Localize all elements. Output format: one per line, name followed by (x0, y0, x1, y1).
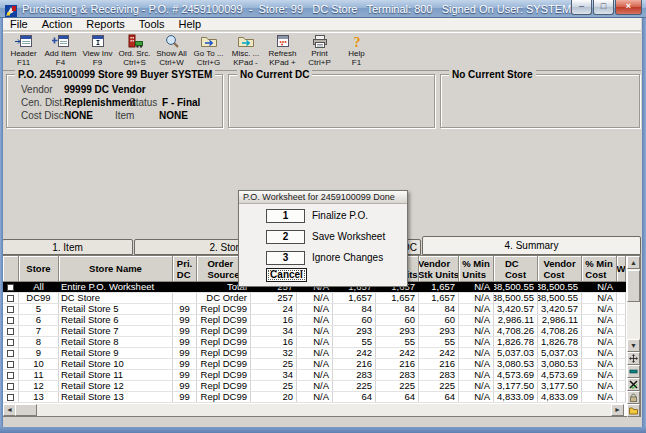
table-row[interactable]: 10Retail Store 1099Repl DC9925N/A2162162… (3, 359, 626, 370)
menu-item-reports[interactable]: Reports (79, 18, 132, 30)
scroll-right-button[interactable]: ► (611, 404, 624, 416)
table-row[interactable]: 9Retail Store 999Repl DC9932N/A242242242… (3, 348, 626, 359)
toolbar-button-misc[interactable]: Misc. ... KPad - (227, 33, 264, 70)
table-row[interactable]: 8Retail Store 899Repl DC9916N/A555555N/A… (3, 337, 626, 348)
row-checkbox[interactable] (7, 328, 14, 335)
menu-item-file[interactable]: File (3, 18, 35, 30)
cell: Repl DC99 (197, 315, 251, 325)
table-row[interactable]: 6Retail Store 699Repl DC9916N/A606060N/A… (3, 315, 626, 326)
cell: 60 (419, 315, 459, 325)
dialog-option-1[interactable]: 1 (266, 209, 305, 223)
maximize-button[interactable]: □ (593, 0, 614, 15)
toolbar-button-go-to[interactable]: Go To ... Ctrl+G (190, 33, 227, 70)
horizontal-scroll-thumb[interactable] (15, 404, 37, 416)
column-header-9[interactable]: Vendor Stk Units (419, 256, 459, 282)
grid-tool-cancel[interactable] (627, 378, 640, 391)
cell: 4,573.69 (494, 370, 538, 380)
row-checkbox-cell (3, 315, 19, 325)
po-info-label: Cost Disc. (21, 110, 67, 122)
cell: 4,833.09 (538, 392, 582, 402)
toolbar-button-show-all[interactable]: Show All Ctrl+W (153, 33, 190, 70)
toolbar-button-add-item[interactable]: Add Item F4 (42, 33, 79, 70)
menu-item-action[interactable]: Action (35, 18, 80, 30)
row-checkbox[interactable] (7, 350, 14, 357)
row-checkbox[interactable] (7, 317, 14, 324)
table-row[interactable]: 12Retail Store 1299Repl DC9925N/A2252252… (3, 381, 626, 392)
column-header-2[interactable]: Store Name (59, 256, 173, 282)
grid-tool-collapse[interactable] (627, 365, 640, 378)
column-header-12[interactable]: Vendor Cost (538, 256, 582, 282)
grid-tool-folder[interactable] (627, 404, 640, 417)
cell: 11 (19, 370, 59, 380)
row-checkbox[interactable] (7, 361, 14, 368)
cell: 99 (173, 326, 197, 336)
cell: 283 (419, 370, 459, 380)
column-header-14[interactable]: W (617, 256, 626, 282)
table-row[interactable]: 11Retail Store 1199Repl DC9934N/A2832832… (3, 370, 626, 381)
cell: 3,080.53 (494, 359, 538, 369)
toolbar-button-refresh[interactable]: Refresh KPad + (264, 33, 301, 70)
dialog-option-3[interactable]: 3 (266, 251, 305, 265)
refresh-icon (274, 34, 292, 49)
current-dc-legend: No Current DC (237, 69, 312, 80)
toolbar-button-help[interactable]: ?Help F1 (338, 33, 375, 70)
dialog-title[interactable]: P.O. Worksheet for 2459100099 Done (239, 191, 407, 204)
table-row[interactable]: 7Retail Store 799Repl DC9934N/A293293293… (3, 326, 626, 337)
minimize-button[interactable]: – (571, 0, 592, 15)
close-button[interactable]: × (615, 0, 642, 15)
vertical-scroll-thumb[interactable] (627, 270, 640, 302)
cell (617, 304, 626, 314)
ord-src-icon (126, 34, 144, 49)
horizontal-scrollbar[interactable]: ◄ ► (3, 404, 624, 416)
tab-item[interactable]: 1. Item (2, 239, 133, 255)
row-checkbox[interactable] (7, 394, 14, 401)
toolbar-button-ord-src[interactable]: Ord. Src. Ctrl+S (116, 33, 153, 70)
cell (617, 392, 626, 402)
cancel-button[interactable]: Cancel (266, 268, 307, 282)
cell: 55 (376, 337, 419, 347)
cell (617, 359, 626, 369)
toolbar-button-label: Go To ... Ctrl+G (193, 49, 223, 67)
row-checkbox[interactable] (7, 306, 14, 313)
row-checkbox[interactable] (7, 372, 14, 379)
column-header-10[interactable]: % Min Units (459, 256, 494, 282)
cell: Retail Store 5 (59, 304, 173, 314)
cell: 10 (19, 359, 59, 369)
scroll-up-button[interactable]: ▲ (627, 256, 640, 269)
toolbar-button-print[interactable]: Print Ctrl+P (301, 33, 338, 70)
cell: 1,657 (376, 293, 419, 303)
toolbar-button-header[interactable]: Header F11 (5, 33, 42, 70)
row-checkbox[interactable] (7, 383, 14, 390)
cell (617, 293, 626, 303)
cell: 216 (419, 359, 459, 369)
titlebar[interactable]: Purchasing & Receiving - P.O. # 24591000… (0, 0, 646, 18)
toolbar-button-view-inv[interactable]: View Inv F9 (79, 33, 116, 70)
row-checkbox[interactable] (7, 284, 14, 291)
scroll-down-button[interactable]: ▼ (627, 339, 640, 352)
cell: 3,080.53 (538, 359, 582, 369)
table-row[interactable]: 13Retail Store 1399Repl DC9920N/A646464N… (3, 392, 626, 403)
column-header-0[interactable] (3, 256, 19, 282)
column-header-11[interactable]: DC Cost (494, 256, 538, 282)
row-checkbox[interactable] (7, 295, 14, 302)
column-header-3[interactable]: Pri. DC (173, 256, 197, 282)
cell: N/A (459, 326, 494, 336)
grid-tool-move-all[interactable] (627, 352, 640, 365)
dialog-option-2[interactable]: 2 (266, 230, 305, 244)
cell: 25 (251, 381, 297, 391)
cell: N/A (297, 381, 333, 391)
menu-item-tools[interactable]: Tools (132, 18, 172, 30)
table-row[interactable]: DC99DC StoreDC Order257N/A1,6571,6571,65… (3, 293, 626, 304)
menu-item-help[interactable]: Help (172, 18, 209, 30)
grid-tool-lock[interactable] (627, 391, 640, 404)
column-header-1[interactable]: Store (19, 256, 59, 282)
cell: N/A (297, 348, 333, 358)
table-row[interactable]: 5Retail Store 599Repl DC9924N/A848484N/A… (3, 304, 626, 315)
column-header-13[interactable]: % Min Cost (582, 256, 617, 282)
cell: Repl DC99 (197, 359, 251, 369)
cell: 1,657 (333, 293, 376, 303)
row-checkbox[interactable] (7, 339, 14, 346)
cell: 55 (419, 337, 459, 347)
tab-summary[interactable]: 4. Summary (422, 236, 641, 255)
cell (617, 381, 626, 391)
